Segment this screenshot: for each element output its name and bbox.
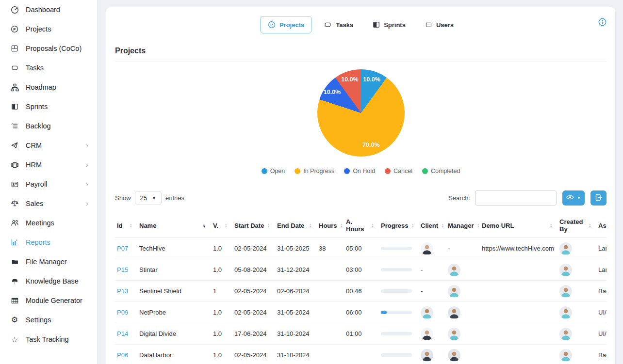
info-icon[interactable] [598, 18, 607, 28]
badge-icon [10, 161, 19, 169]
window-icon [425, 22, 432, 28]
cell-manager [446, 323, 480, 345]
sidebar-item-dashboard[interactable]: Dashboard [0, 0, 97, 19]
legend-label: Open [270, 168, 285, 174]
legend-item-on-hold[interactable]: On Hold [344, 168, 375, 174]
projects-table: Id▲▼Name▲▼V.▲▼Start Date▲▼End Date▲▼Hour… [115, 214, 607, 364]
legend-label: Completed [431, 168, 460, 174]
column-label: Created By [559, 218, 586, 233]
sidebar-item-knowledge-base[interactable]: Knowledge Base [0, 271, 97, 291]
page-size-select[interactable]: 25 ▼ [135, 191, 162, 205]
client-avatar [421, 306, 433, 319]
sidebar-item-roadmap[interactable]: Roadmap [0, 78, 97, 97]
column-header-created_by[interactable]: Created By▲▼ [557, 214, 596, 238]
sidebar-item-crm[interactable]: CRM› [0, 136, 97, 155]
legend-item-open[interactable]: Open [262, 168, 285, 174]
export-button[interactable] [590, 190, 607, 206]
chart-icon [10, 238, 19, 246]
circled-p-icon: P [268, 21, 276, 29]
sidebar-item-label: Sprints [26, 103, 48, 111]
tab-tasks[interactable]: Tasks [316, 16, 361, 33]
column-header-hours[interactable]: Hours▲▼ [317, 214, 344, 238]
sidebar-item-task-tracking[interactable]: ☆Task Tracking [0, 330, 97, 349]
column-visibility-button[interactable]: ▼ [562, 190, 585, 206]
sidebar-item-label: Reports [26, 238, 50, 246]
manager-avatar [448, 264, 460, 276]
column-header-progress[interactable]: Progress▲▼ [379, 214, 419, 238]
sidebar-item-payroll[interactable]: Payroll› [0, 174, 97, 194]
sort-arrows-icon: ▲▼ [550, 223, 553, 228]
pie-slice-label-open: 10.0% [363, 76, 380, 83]
cell-demo_url [480, 281, 557, 302]
sidebar-item-tasks[interactable]: Tasks [0, 58, 97, 78]
cell-id[interactable]: P13 [115, 281, 137, 302]
table-row: P06DataHarbor1.002-05-202431-10-2024Back… [115, 345, 607, 364]
cell-v: 1.0 [211, 323, 232, 345]
created_by-avatar [559, 306, 572, 319]
svg-text:P: P [270, 23, 273, 27]
cell-start_date: 02-05-2024 [232, 345, 275, 364]
cell-client [419, 345, 446, 364]
sort-arrows-icon: ▲▼ [225, 223, 228, 228]
sidebar-item-backlog[interactable]: Backlog [0, 116, 97, 136]
sidebar-item-hrm[interactable]: HRM› [0, 155, 97, 174]
legend-dot [262, 168, 267, 174]
search-label: Search: [448, 194, 470, 202]
column-header-client[interactable]: Client▲▼ [419, 214, 446, 238]
cell-progress [379, 281, 419, 302]
progress-bar [381, 353, 412, 357]
tab-sprints[interactable]: Sprints [365, 16, 413, 33]
sidebar-item-label: HRM [26, 161, 42, 169]
column-label: Hours [319, 222, 337, 229]
sidebar-item-label: Proposals (CoCo) [26, 45, 82, 52]
cell-end_date: 31-12-2024 [275, 259, 317, 281]
column-label: Id [117, 222, 123, 229]
column-header-assigned[interactable]: Assigned▲▼ [596, 214, 607, 238]
sidebar-item-label: Task Tracking [26, 335, 69, 343]
sort-arrows-icon: ▲▼ [309, 223, 312, 228]
cell-progress [379, 345, 419, 364]
column-label: Start Date [234, 222, 264, 229]
sidebar-item-label: Sales [26, 200, 43, 207]
cell-id[interactable]: P15 [115, 259, 137, 281]
cell-created_by [557, 259, 596, 281]
search-group: Search: ▼ [448, 190, 607, 206]
cell-start_date: 17-06-2024 [232, 323, 275, 345]
tab-projects[interactable]: PProjects [260, 16, 312, 33]
cell-id[interactable]: P09 [115, 302, 137, 323]
cell-end_date: 31-10-2024 [275, 345, 317, 364]
page-title: Projects [115, 47, 607, 55]
column-header-v[interactable]: V.▲▼ [211, 214, 232, 238]
sidebar-item-settings[interactable]: ⚙Settings [0, 310, 97, 330]
report-tabs: PProjectsTasksSprintsUsers [115, 16, 607, 33]
tab-label: Users [436, 21, 454, 29]
legend-item-cancel[interactable]: Cancel [385, 168, 412, 174]
column-header-start_date[interactable]: Start Date▲▼ [232, 214, 275, 238]
cell-id[interactable]: P07 [115, 238, 137, 259]
sidebar-item-projects[interactable]: PProjects [0, 19, 97, 39]
sidebar-item-reports[interactable]: Reports [0, 233, 97, 252]
sidebar-item-sales[interactable]: Sales› [0, 194, 97, 213]
search-input[interactable] [475, 190, 557, 206]
tab-users[interactable]: Users [417, 16, 461, 33]
sidebar-item-module-generator[interactable]: Module Generator [0, 291, 97, 310]
column-header-end_date[interactable]: End Date▲▼ [275, 214, 317, 238]
sort-arrows-icon: ▲▼ [371, 223, 374, 228]
column-header-id[interactable]: Id▲▼ [115, 214, 137, 238]
created_by-avatar [559, 285, 572, 298]
sidebar-item-meetings[interactable]: Meetings [0, 213, 97, 233]
sidebar-item-file-manager[interactable]: File Manager [0, 252, 97, 271]
sidebar-item-proposals-coco[interactable]: Proposals (CoCo) [0, 39, 97, 58]
column-header-manager[interactable]: Manager▲▼ [446, 214, 480, 238]
cell-manager [446, 345, 480, 364]
column-header-name[interactable]: Name▲▼ [137, 214, 211, 238]
column-label: Name [139, 222, 156, 229]
legend-item-in-progress[interactable]: In Progress [295, 168, 334, 174]
column-header-demo_url[interactable]: Demo URL▲▼ [480, 214, 557, 238]
sidebar-item-sprints[interactable]: Sprints [0, 97, 97, 116]
circled-p-icon: P [10, 25, 19, 33]
legend-item-completed[interactable]: Completed [422, 168, 460, 174]
column-header-a_hours[interactable]: A. Hours▲▼ [344, 214, 379, 238]
cell-id[interactable]: P06 [115, 345, 137, 364]
cell-id[interactable]: P14 [115, 323, 137, 345]
